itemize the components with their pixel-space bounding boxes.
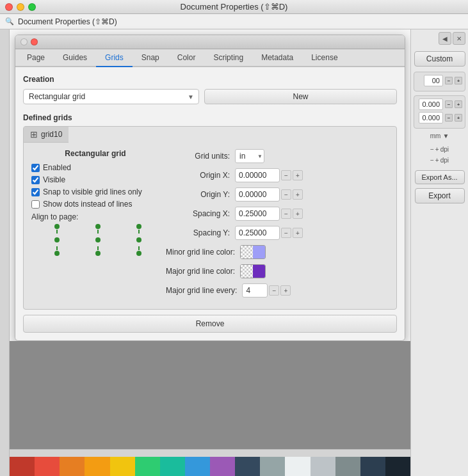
right-decrement-1[interactable]: −	[445, 77, 453, 84]
right-increment-3[interactable]: +	[455, 114, 462, 122]
color-16[interactable]	[385, 457, 410, 476]
dialog-expand-button[interactable]	[20, 38, 28, 45]
color-11[interactable]	[260, 457, 285, 476]
align-mid-left[interactable]	[54, 237, 60, 242]
show-dots-checkbox[interactable]	[31, 200, 40, 209]
major-color-row: Major grid line color:	[166, 264, 389, 278]
right-units-row: mm ▼	[430, 132, 449, 139]
tab-color[interactable]: Color	[168, 49, 205, 67]
panel-collapse-button[interactable]: ◀	[439, 32, 451, 45]
remove-button[interactable]: Remove	[23, 315, 397, 333]
export-button[interactable]: Export	[415, 188, 465, 203]
major-every-decrement[interactable]: −	[269, 285, 279, 296]
grid-units-row: Grid units: in mm px cm	[166, 149, 389, 163]
align-mid-right[interactable]	[136, 237, 141, 242]
close-button[interactable]	[5, 3, 13, 11]
spacing-x-input: − +	[235, 207, 389, 221]
dpi-spin-increment-2[interactable]: +	[435, 157, 439, 164]
major-every-increment[interactable]: +	[280, 285, 291, 296]
minor-color-swatch[interactable]	[240, 245, 266, 259]
align-top-left[interactable]	[54, 224, 60, 234]
subtitle-bar: 🔍 Document Properties (⇧⌘D)	[0, 14, 468, 29]
color-4[interactable]	[85, 457, 109, 476]
spacing-x-field[interactable]	[235, 207, 280, 221]
right-decrement-2[interactable]: −	[445, 100, 453, 108]
spacing-x-increment[interactable]: +	[293, 209, 303, 219]
color-7[interactable]	[160, 457, 185, 476]
window-controls	[5, 3, 36, 11]
color-1[interactable]	[10, 457, 35, 476]
maximize-button[interactable]	[28, 3, 36, 11]
dpi-spin-decrement-1[interactable]: −	[430, 146, 434, 153]
spacing-y-decrement[interactable]: −	[281, 228, 291, 238]
align-dot	[95, 251, 101, 256]
snap-visible-checkbox[interactable]	[31, 188, 40, 196]
grid-tab[interactable]: ⊞ grid10	[24, 127, 69, 143]
dpi-label-2: dpi	[440, 157, 449, 164]
origin-x-increment[interactable]: +	[293, 170, 303, 180]
major-color-input	[240, 264, 389, 278]
origin-y-decrement[interactable]: −	[281, 189, 291, 200]
spacing-y-label: Spacing Y:	[166, 228, 230, 237]
origin-x-decrement[interactable]: −	[281, 170, 291, 180]
color-15[interactable]	[360, 457, 385, 476]
minor-color-input	[240, 245, 389, 259]
color-9[interactable]	[210, 457, 235, 476]
new-grid-button[interactable]: New	[204, 89, 397, 104]
color-6[interactable]	[135, 457, 160, 476]
right-section-2: 0.000 − + 0.000 − +	[414, 95, 465, 129]
major-color-swatch[interactable]	[240, 264, 266, 278]
color-3[interactable]	[60, 457, 85, 476]
tab-snap[interactable]: Snap	[133, 49, 168, 67]
dialog-close-button[interactable]	[31, 38, 38, 45]
align-mid-center[interactable]	[95, 237, 101, 242]
tab-scripting[interactable]: Scripting	[204, 49, 252, 67]
custom-button[interactable]: Custom	[414, 51, 465, 67]
color-5[interactable]	[110, 457, 135, 476]
spacing-x-decrement[interactable]: −	[281, 209, 291, 219]
tab-license[interactable]: License	[302, 49, 346, 67]
align-top-right[interactable]	[136, 224, 141, 234]
panel-close-button[interactable]: ✕	[453, 32, 465, 45]
origin-x-field[interactable]	[235, 168, 280, 182]
spacing-x-label: Spacing X:	[166, 209, 230, 218]
color-10[interactable]	[235, 457, 260, 476]
align-bot-center[interactable]	[95, 246, 101, 256]
right-decrement-3[interactable]: −	[445, 114, 453, 122]
align-top-center[interactable]	[95, 224, 101, 234]
align-bottom-row	[36, 246, 159, 256]
align-bot-right[interactable]	[136, 246, 141, 256]
color-13[interactable]	[311, 457, 335, 476]
visible-checkbox[interactable]	[31, 176, 40, 184]
right-increment-2[interactable]: +	[455, 100, 462, 108]
major-every-field[interactable]	[242, 283, 268, 298]
enabled-checkbox[interactable]	[31, 164, 40, 172]
right-unit-arrow[interactable]: ▼	[442, 132, 449, 139]
origin-y-field[interactable]	[235, 187, 280, 202]
tab-page[interactable]: Page	[18, 49, 54, 67]
spacing-y-field[interactable]	[235, 226, 280, 240]
export-as-button[interactable]: Export As...	[415, 170, 465, 184]
color-2[interactable]	[35, 457, 60, 476]
units-select[interactable]: in mm px cm	[235, 149, 264, 163]
tab-guides[interactable]: Guides	[54, 49, 96, 67]
align-dot	[54, 237, 60, 242]
origin-y-increment[interactable]: +	[293, 189, 303, 200]
tab-metadata[interactable]: Metadata	[252, 49, 302, 67]
color-8[interactable]	[185, 457, 210, 476]
spacing-y-increment[interactable]: +	[293, 228, 303, 238]
right-increment-1[interactable]: +	[455, 77, 462, 84]
dpi-spin-decrement-2[interactable]: −	[430, 157, 434, 164]
color-14[interactable]	[335, 457, 360, 476]
dpi-spin-increment-1[interactable]: +	[435, 146, 439, 153]
swatch-bg	[241, 246, 253, 258]
color-12[interactable]	[285, 457, 310, 476]
align-bot-left[interactable]	[54, 246, 60, 256]
tab-grids[interactable]: Grids	[96, 49, 133, 67]
canvas-area	[10, 341, 410, 476]
window-title: Document Properties (⇧⌘D)	[181, 2, 288, 12]
tab-bar: Page Guides Grids Snap Color Scripting M…	[15, 49, 405, 67]
minimize-button[interactable]	[17, 3, 24, 11]
grid-type-select[interactable]: Rectangular grid Axonometric grid	[23, 89, 199, 104]
horizontal-scrollbar[interactable]	[10, 449, 410, 457]
